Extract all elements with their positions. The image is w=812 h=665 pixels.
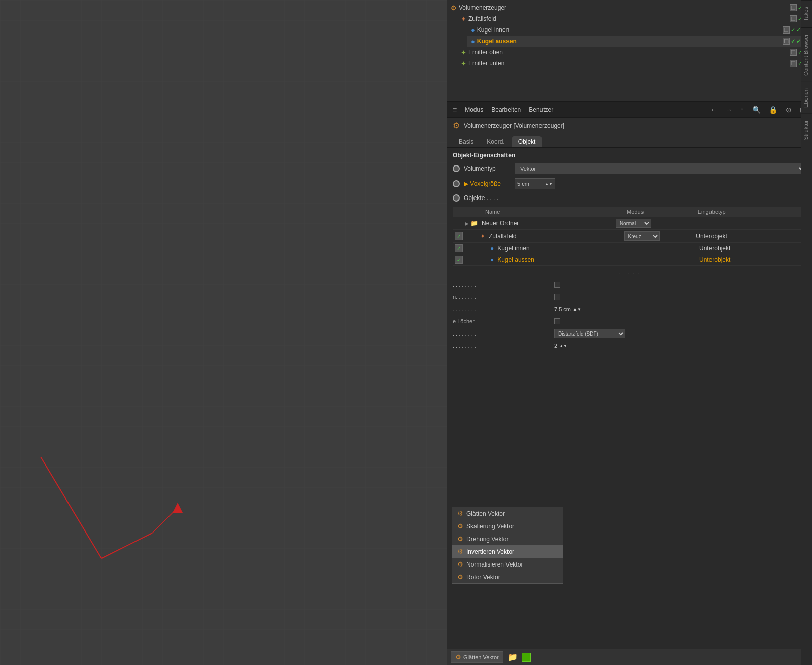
prop-label-objekte: Objekte . . . . bbox=[464, 194, 515, 202]
menu-item-normalisieren-vektor[interactable]: ⚙ Normalisieren Vektor bbox=[452, 558, 563, 571]
modus-select-zufallsfeld[interactable]: Kreuz bbox=[624, 231, 660, 241]
side-tabs: Takes Content Browser Ebenen Struktur bbox=[801, 0, 812, 665]
menu-modus[interactable]: Modus bbox=[463, 105, 485, 114]
tree-item-zufallsfeld[interactable]: ✦ Zufallsfeld ☐ ✓ ✓ bbox=[457, 13, 812, 24]
tree-visibility[interactable]: ☐ bbox=[790, 60, 797, 67]
checkbox-1[interactable] bbox=[554, 282, 560, 288]
tree-v-green: ✓ bbox=[796, 27, 801, 34]
prop-indicator bbox=[453, 180, 460, 187]
tree-visibility[interactable]: ☐ bbox=[783, 38, 790, 45]
search-button[interactable]: 🔍 bbox=[750, 105, 763, 115]
bottom-toolbar-bar: ⚙ Glätten Vektor 📁 bbox=[447, 649, 812, 665]
random-icon: ✦ bbox=[461, 15, 466, 23]
tree-visibility[interactable]: ☐ bbox=[790, 49, 797, 56]
menu-benutzer[interactable]: Benutzer bbox=[527, 105, 555, 114]
bottom-toolbar: ⚙ Glätten Vektor 📁 ⚙ Glätten Vektor ⚙ Sk… bbox=[447, 649, 812, 665]
volumentyp-select[interactable]: Vektor bbox=[515, 163, 806, 174]
tree-label: Emitter unten bbox=[468, 60, 790, 67]
lock-button[interactable]: 🔒 bbox=[767, 105, 780, 115]
object-title: ⚙ Volumenerzeuger [Volumenerzeuger] bbox=[447, 118, 812, 134]
sphere-icon-small: ● bbox=[490, 245, 494, 252]
tree-visibility[interactable]: ☐ bbox=[790, 4, 797, 11]
prop-label-voxelgroesse: ▶ Voxelgröße bbox=[464, 180, 515, 187]
row-eingabe: Unterobjekt bbox=[699, 245, 804, 252]
sphere-icon-small: ● bbox=[490, 256, 494, 263]
checkbox-2[interactable] bbox=[554, 294, 560, 300]
tab-objekt[interactable]: Objekt bbox=[512, 136, 542, 147]
menu-item-drehung-vektor[interactable]: ⚙ Drehung Vektor bbox=[452, 533, 563, 545]
menu-label-skalierung: Skalierung Vektor bbox=[466, 523, 514, 530]
tab-koord[interactable]: Koord. bbox=[481, 136, 511, 147]
extra-prop-4: e Löcher bbox=[453, 315, 806, 327]
menu-icon-drehung: ⚙ bbox=[457, 535, 463, 543]
prop-indicator bbox=[453, 165, 460, 172]
tree-item-kugel-aussen[interactable]: ● Kugel aussen ☐ ✓ ✓ ● bbox=[467, 36, 812, 47]
objects-table: Name Modus Eingabetyp ▶ 📁 Neuer Ordner N… bbox=[447, 205, 812, 268]
menu-label-glatten: Glätten Vektor bbox=[466, 510, 505, 517]
tree-item-emitter-oben[interactable]: ✦ Emitter oben ☐ ✓ ✓ bbox=[457, 47, 812, 58]
row-modus[interactable]: Kreuz bbox=[624, 231, 696, 241]
prop-label-volumentyp: Volumentyp bbox=[464, 165, 515, 172]
glatten-label: Glätten Vektor bbox=[463, 654, 499, 660]
side-tab-takes[interactable]: Takes bbox=[801, 0, 812, 27]
property-voxelgroesse: ▶ Voxelgröße 5 cm ▲▼ bbox=[447, 176, 812, 191]
menu-item-skalierung-vektor[interactable]: ⚙ Skalierung Vektor bbox=[452, 520, 563, 533]
tree-item-kugel-innen[interactable]: ● Kugel innen ☐ ✓ ✓ ● bbox=[467, 24, 812, 36]
up-button[interactable]: ↑ bbox=[738, 105, 746, 115]
table-row-kugel-innen[interactable]: ✓ ● Kugel innen Unterobjekt bbox=[453, 243, 806, 254]
distanzfeld-select[interactable]: Distanzfeld (SDF) bbox=[554, 329, 625, 338]
checkbox-4[interactable] bbox=[554, 318, 560, 324]
row-modus[interactable]: Normal bbox=[616, 219, 691, 228]
tab-basis[interactable]: Basis bbox=[453, 136, 480, 147]
tree-visibility[interactable]: ☐ bbox=[783, 26, 790, 34]
attribute-tabs: Basis Koord. Objekt bbox=[447, 134, 812, 148]
menu-item-glatten-vektor[interactable]: ⚙ Glätten Vektor bbox=[452, 507, 563, 520]
th-modus: Modus bbox=[627, 209, 698, 215]
active-indicator bbox=[522, 653, 531, 662]
table-row-neuer-ordner[interactable]: ▶ 📁 Neuer Ordner Normal bbox=[453, 217, 806, 230]
tree-label: Zufallsfeld bbox=[468, 15, 790, 22]
right-panel: ⚙ Volumenerzeuger ☐ ✓ ✓ ✦ Zufallsfeld ☐ … bbox=[447, 0, 812, 665]
spin-arrows-3[interactable]: ▲▼ bbox=[573, 307, 581, 312]
add-modifier-button[interactable]: 📁 bbox=[505, 651, 520, 663]
modus-select-ordner[interactable]: Normal bbox=[616, 219, 651, 228]
prop-value-voxelgroesse[interactable]: 5 cm ▲▼ bbox=[515, 178, 806, 189]
spin-arrows-6[interactable]: ▲▼ bbox=[559, 344, 567, 348]
extra-prop-3: . . . . . . . . 7.5 cm ▲▼ bbox=[453, 303, 806, 315]
glatten-vektor-button[interactable]: ⚙ Glätten Vektor bbox=[451, 651, 503, 663]
object-type-icon: ⚙ bbox=[453, 121, 460, 130]
menu-bearbeiten[interactable]: Bearbeiten bbox=[489, 105, 523, 114]
target-button[interactable]: ⊙ bbox=[784, 105, 794, 115]
row-checkbox-kugel-aussen[interactable]: ✓ bbox=[455, 256, 463, 264]
table-row-kugel-aussen[interactable]: ✓ ● Kugel aussen Unterobjekt bbox=[453, 254, 806, 266]
tree-item-emitter-unten[interactable]: ✦ Emitter unten ☐ ✓ ✓ bbox=[457, 58, 812, 69]
viewport-grid bbox=[0, 0, 447, 665]
tree-v-green: ✓ bbox=[796, 38, 801, 45]
object-title-label: Volumenerzeuger [Volumenerzeuger] bbox=[464, 122, 564, 129]
tree-label: Kugel aussen bbox=[477, 38, 783, 45]
row-checkbox-kugel-innen[interactable]: ✓ bbox=[455, 244, 463, 252]
back-button[interactable]: ← bbox=[708, 105, 719, 115]
tree-green-check: ✓ bbox=[791, 38, 795, 45]
row-checkbox-zufallsfeld[interactable]: ✓ bbox=[455, 232, 463, 240]
tree-visibility[interactable]: ☐ bbox=[790, 15, 797, 22]
side-tab-content-browser[interactable]: Content Browser bbox=[801, 27, 812, 82]
forward-button[interactable]: → bbox=[723, 105, 734, 115]
menu-icon-invertieren: ⚙ bbox=[457, 548, 463, 555]
voxelgroesse-input[interactable]: 5 cm ▲▼ bbox=[515, 178, 555, 189]
prop-indicator bbox=[453, 194, 460, 202]
row-eingabe: Unterobjekt bbox=[696, 232, 804, 240]
table-row-zufallsfeld[interactable]: ✓ ✦ Zufallsfeld Kreuz Unterobjekt bbox=[453, 230, 806, 243]
tree-item-volumenerzeuger[interactable]: ⚙ Volumenerzeuger ☐ ✓ ✓ bbox=[447, 2, 812, 13]
hamburger-menu-button[interactable]: ≡ bbox=[451, 105, 459, 115]
menu-label-normalisieren: Normalisieren Vektor bbox=[466, 561, 523, 568]
side-tab-struktur[interactable]: Struktur bbox=[801, 114, 812, 146]
extra-prop-2: n. . . . . . . bbox=[453, 291, 806, 303]
menu-icon-rotor: ⚙ bbox=[457, 573, 463, 581]
panel-toolbar: ≡ Modus Bearbeiten Benutzer ← → ↑ 🔍 🔒 ⊙ … bbox=[447, 102, 812, 118]
menu-item-rotor-vektor[interactable]: ⚙ Rotor Vektor bbox=[452, 571, 563, 583]
side-tab-ebenen[interactable]: Ebenen bbox=[801, 82, 812, 114]
menu-item-invertieren-vektor[interactable]: ⚙ Invertieren Vektor bbox=[452, 545, 563, 558]
prop-value-volumentyp[interactable]: Vektor bbox=[515, 163, 806, 174]
menu-label-invertieren: Invertieren Vektor bbox=[466, 548, 514, 555]
